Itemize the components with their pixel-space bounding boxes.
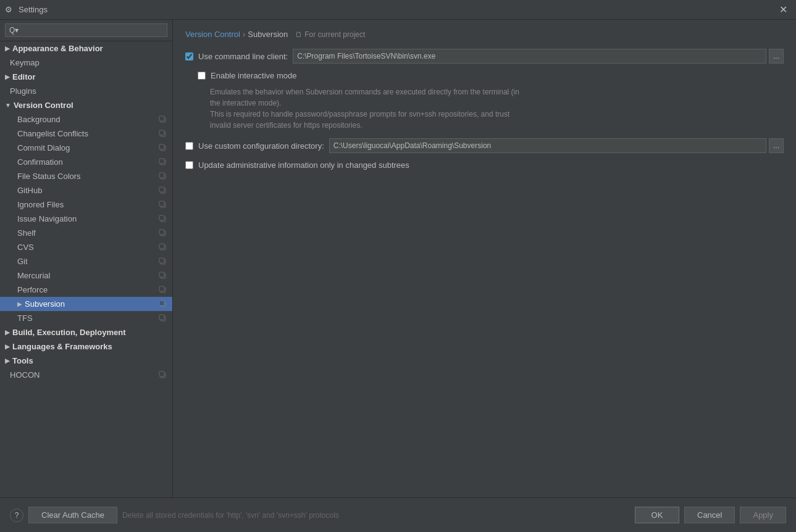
sidebar-item-background[interactable]: Background (0, 112, 172, 127)
copy-icon (159, 243, 167, 252)
sidebar-item-tfs[interactable]: TFS (0, 311, 172, 325)
sidebar-item-build-execution-deployment[interactable]: ▶ Build, Execution, Deployment (0, 325, 172, 339)
copy-icon (159, 314, 167, 323)
sidebar-item-label: TFS (17, 314, 33, 323)
chevron-icon: ▶ (5, 329, 10, 336)
update-admin-info-row: Update administrative information only i… (185, 160, 784, 170)
svg-rect-5 (159, 144, 164, 149)
sidebar-item-label: Mercurial (17, 271, 50, 280)
sidebar-item-commit-dialog[interactable]: Commit Dialog (0, 141, 172, 155)
custom-config-dir-browse-button[interactable]: ... (769, 138, 784, 153)
app-icon: ⚙ (5, 5, 15, 15)
cancel-button[interactable]: Cancel (684, 507, 735, 523)
copy-icon (159, 215, 167, 223)
sidebar-item-mercurial[interactable]: Mercurial (0, 268, 172, 283)
breadcrumb-current: Subversion (248, 30, 288, 39)
sidebar-item-label: Ignored Files (17, 200, 64, 209)
bottom-right: OK Cancel Apply (635, 507, 786, 523)
command-line-client-input[interactable] (293, 49, 766, 64)
settings-section: Use command line client: ... Enable inte… (185, 49, 784, 170)
copy-icon (159, 115, 167, 124)
command-line-client-row: Use command line client: ... (185, 49, 784, 64)
help-icon[interactable]: ? (10, 509, 23, 522)
chevron-icon: ▶ (17, 301, 22, 307)
sidebar-item-shelf[interactable]: Shelf (0, 226, 172, 240)
custom-config-dir-row: Use custom configuration directory: ... (185, 138, 784, 153)
sidebar-item-tools[interactable]: ▶ Tools (0, 354, 172, 368)
copy-icon (159, 201, 167, 209)
svg-rect-7 (159, 159, 164, 164)
bottom-left: ? Clear Auth Cache Delete all stored cre… (10, 507, 339, 523)
copy-icon (159, 272, 167, 280)
search-input[interactable] (5, 23, 167, 37)
sidebar-item-label: HOCON (10, 370, 40, 380)
custom-config-dir-label: Use custom configuration directory: (198, 141, 324, 151)
copy-icon (159, 371, 167, 380)
sidebar-item-subversion[interactable]: ▶ Subversion (0, 297, 172, 311)
sidebar-item-label: Appearance & Behavior (12, 44, 103, 53)
sidebar-item-languages-frameworks[interactable]: ▶ Languages & Frameworks (0, 339, 172, 354)
breadcrumb-parent[interactable]: Version Control (185, 30, 240, 39)
sidebar-item-hocon[interactable]: HOCON (0, 368, 172, 382)
interactive-mode-label: Enable interactive mode (211, 71, 296, 80)
copy-icon (159, 186, 167, 195)
sidebar-item-label: Languages & Frameworks (12, 342, 112, 351)
svg-rect-9 (159, 173, 164, 178)
sidebar-item-confirmation[interactable]: Confirmation (0, 155, 172, 169)
svg-rect-25 (159, 286, 164, 291)
chevron-icon: ▶ (5, 343, 10, 350)
sidebar-item-plugins[interactable]: Plugins (0, 84, 172, 98)
interactive-mode-row: Enable interactive mode (198, 71, 784, 80)
sidebar-item-label: Git (17, 257, 28, 266)
command-line-client-input-group: ... (293, 49, 784, 64)
window-title: Settings (19, 5, 48, 14)
sidebar-item-keymap[interactable]: Keymap (0, 56, 172, 70)
sidebar-item-label: Confirmation (17, 157, 63, 167)
indent-section: Enable interactive mode Emulates the beh… (198, 71, 784, 131)
sidebar-item-label: Background (17, 115, 60, 124)
clear-auth-cache-button[interactable]: Clear Auth Cache (28, 507, 117, 523)
sidebar-item-appearance-behavior[interactable]: ▶ Appearance & Behavior (0, 41, 172, 56)
copy-icon (159, 144, 167, 152)
svg-rect-11 (159, 187, 164, 192)
svg-rect-19 (159, 244, 164, 249)
sidebar-item-editor[interactable]: ▶ Editor (0, 70, 172, 84)
svg-rect-31 (159, 372, 164, 376)
update-admin-info-checkbox[interactable] (185, 161, 193, 169)
sidebar-item-version-control[interactable]: ▼ Version Control (0, 98, 172, 112)
sidebar-item-label: GitHub (17, 186, 42, 195)
search-box (0, 20, 172, 41)
sidebar-item-ignored-files[interactable]: Ignored Files (0, 197, 172, 212)
sidebar-item-changelist-conflicts[interactable]: Changelist Conflicts (0, 127, 172, 141)
bottom-bar: ? Clear Auth Cache Delete all stored cre… (0, 497, 796, 532)
sidebar-item-label: CVS (17, 243, 34, 252)
copy-icon (159, 130, 167, 138)
interactive-mode-checkbox[interactable] (198, 72, 206, 80)
sidebar-item-label: Perforce (17, 285, 48, 294)
svg-rect-27 (159, 301, 164, 305)
copy-icon (159, 158, 167, 167)
sidebar-item-label: File Status Colors (17, 172, 81, 181)
close-button[interactable]: ✕ (776, 2, 791, 17)
apply-button[interactable]: Apply (740, 507, 786, 523)
title-bar: ⚙ Settings ✕ (0, 0, 796, 20)
sidebar-item-label: Changelist Conflicts (17, 129, 88, 138)
custom-config-dir-checkbox[interactable] (185, 142, 193, 150)
custom-config-dir-input[interactable] (329, 138, 766, 153)
sidebar-item-github[interactable]: GitHub (0, 183, 172, 197)
svg-rect-29 (159, 315, 164, 320)
command-line-client-checkbox[interactable] (185, 52, 193, 60)
svg-rect-17 (159, 230, 164, 235)
command-line-client-browse-button[interactable]: ... (769, 49, 784, 64)
chevron-icon: ▶ (5, 73, 10, 80)
sidebar-item-git[interactable]: Git (0, 254, 172, 268)
sidebar-item-cvs[interactable]: CVS (0, 240, 172, 254)
chevron-icon: ▶ (5, 357, 10, 364)
sidebar-item-label: Tools (12, 356, 33, 365)
sidebar-item-label: Editor (12, 72, 36, 81)
sidebar-item-issue-navigation[interactable]: Issue Navigation (0, 212, 172, 226)
ok-button[interactable]: OK (635, 507, 679, 523)
project-icon: 🗋 (295, 30, 303, 39)
sidebar-item-perforce[interactable]: Perforce (0, 283, 172, 297)
sidebar-item-file-status-colors[interactable]: File Status Colors (0, 169, 172, 183)
